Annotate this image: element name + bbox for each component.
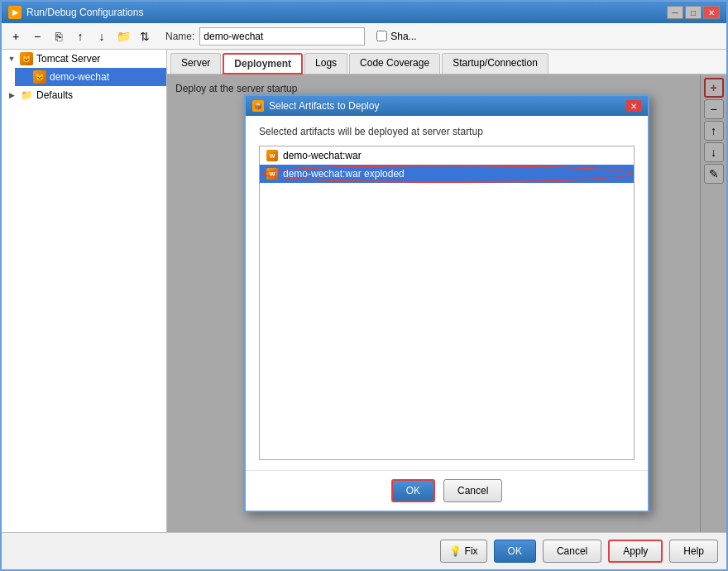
title-bar: ▶ Run/Debug Configurations ─ □ ✕	[2, 2, 726, 23]
share-checkbox-area: Sha...	[376, 31, 416, 42]
tomcat-icon: 🐱	[20, 52, 33, 65]
add-config-button[interactable]: +	[7, 27, 25, 46]
tab-startup-connection[interactable]: Startup/Connection	[442, 53, 548, 74]
name-input[interactable]	[199, 27, 365, 46]
expand-icon-2	[20, 72, 30, 82]
window-title: Run/Debug Configurations	[26, 7, 143, 18]
share-label: Sha...	[390, 31, 416, 42]
sort-button[interactable]: ⇅	[136, 27, 154, 46]
demo-wechat-label: demo-wechat	[50, 71, 109, 83]
tree-item-tomcat[interactable]: ▼ 🐱 Tomcat Server	[2, 50, 166, 68]
maximize-button[interactable]: □	[685, 6, 702, 19]
move-up-button[interactable]: ↑	[71, 27, 89, 46]
name-label: Name:	[165, 31, 194, 42]
select-artifacts-modal: 📦 Select Artifacts to Deploy ✕ Selected …	[244, 94, 649, 512]
app-icon: ▶	[8, 6, 22, 19]
modal-cancel-button[interactable]: Cancel	[443, 479, 502, 502]
tab-logs[interactable]: Logs	[304, 53, 347, 74]
main-window: ▶ Run/Debug Configurations ─ □ ✕ + − ⎘ ↑…	[0, 0, 728, 571]
move-down-button[interactable]: ↓	[93, 27, 111, 46]
modal-subtitle: Selected artifacts will be deployed at s…	[259, 126, 635, 137]
tree-item-demo-wechat[interactable]: 🐱 demo-wechat	[15, 68, 166, 86]
defaults-icon: 📁	[20, 89, 33, 102]
war-icon: W	[266, 150, 278, 161]
fix-button[interactable]: 💡 Fix	[440, 540, 487, 563]
defaults-label: Defaults	[36, 89, 73, 101]
help-button[interactable]: Help	[669, 540, 718, 563]
artifact-item-war[interactable]: W demo-wechat:war	[260, 146, 634, 165]
modal-footer: OK Cancel	[246, 470, 648, 511]
cancel-button[interactable]: Cancel	[543, 540, 601, 563]
bottom-bar: 💡 Fix OK Cancel Apply Help	[2, 532, 726, 569]
expand-icon-3: ▶	[7, 90, 17, 100]
copy-config-button[interactable]: ⎘	[50, 27, 68, 46]
ok-button[interactable]: OK	[494, 540, 536, 563]
tomcat-label: Tomcat Server	[36, 53, 100, 65]
title-controls: ─ □ ✕	[667, 6, 720, 19]
demo-wechat-icon: 🐱	[33, 70, 46, 84]
modal-content: Selected artifacts will be deployed at s…	[246, 116, 648, 470]
tabs: Server Deployment Logs Code Coverage Sta…	[167, 50, 726, 74]
apply-button[interactable]: Apply	[608, 540, 663, 563]
left-panel: ▼ 🐱 Tomcat Server 🐱 demo-wechat ▶ 📁 Defa…	[2, 50, 167, 532]
minimize-button[interactable]: ─	[667, 6, 683, 19]
remove-config-button[interactable]: −	[28, 27, 46, 46]
share-checkbox[interactable]	[376, 31, 387, 41]
content-area: ▼ 🐱 Tomcat Server 🐱 demo-wechat ▶ 📁 Defa…	[2, 50, 726, 532]
close-button[interactable]: ✕	[703, 6, 720, 19]
modal-title-text: Select Artifacts to Deploy	[269, 100, 379, 112]
war-exploded-icon: W	[266, 168, 278, 180]
tab-deployment[interactable]: Deployment	[223, 53, 303, 74]
tree-item-defaults[interactable]: ▶ 📁 Defaults	[2, 86, 166, 104]
modal-close-button[interactable]: ✕	[626, 100, 641, 112]
artifact-list: W demo-wechat:war W demo-wechat:war expl…	[259, 146, 635, 460]
expand-icon: ▼	[7, 54, 17, 64]
name-area: Name:	[165, 27, 365, 46]
fix-label: Fix	[465, 545, 478, 557]
modal-overlay: 📦 Select Artifacts to Deploy ✕ Selected …	[167, 74, 726, 532]
title-bar-left: ▶ Run/Debug Configurations	[8, 6, 143, 19]
modal-title-left: 📦 Select Artifacts to Deploy	[252, 100, 379, 112]
artifact-war-label: demo-wechat:war	[283, 150, 362, 161]
modal-icon: 📦	[252, 100, 264, 112]
artifact-item-war-exploded[interactable]: W demo-wechat:war exploded	[260, 165, 634, 183]
tab-code-coverage[interactable]: Code Coverage	[349, 53, 440, 74]
right-panel: Server Deployment Logs Code Coverage Sta…	[167, 50, 726, 532]
folder-button[interactable]: 📁	[114, 27, 132, 46]
artifact-war-exploded-label: demo-wechat:war exploded	[283, 168, 405, 180]
tab-server[interactable]: Server	[170, 53, 221, 74]
toolbar: + − ⎘ ↑ ↓ 📁 ⇅ Name: Sha...	[2, 23, 726, 50]
modal-ok-button[interactable]: OK	[391, 479, 435, 502]
fix-icon: 💡	[449, 545, 462, 557]
modal-title-bar: 📦 Select Artifacts to Deploy ✕	[246, 96, 648, 116]
